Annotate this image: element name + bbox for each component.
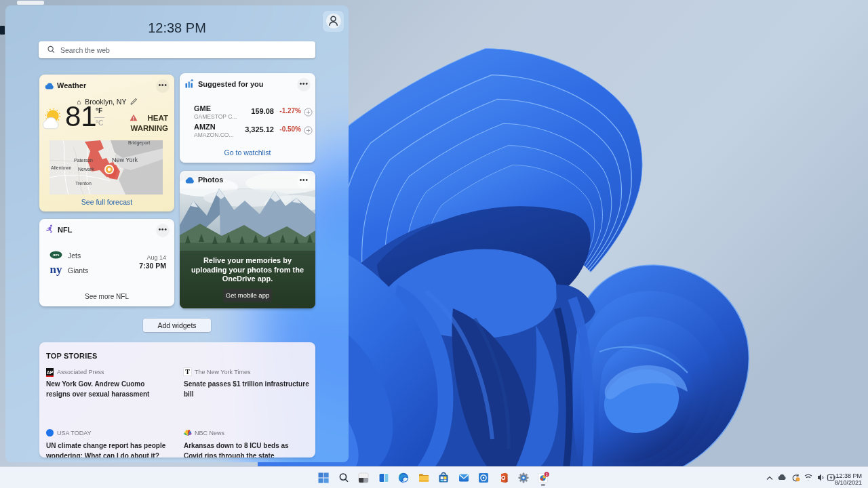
svg-text:Trenton: Trenton: [75, 181, 92, 186]
svg-text:3: 3: [546, 472, 548, 476]
svg-text:8/10/2021: 8/10/2021: [835, 479, 862, 486]
svg-text:JETS: JETS: [52, 253, 59, 257]
svg-text:AP: AP: [47, 370, 54, 375]
svg-text:ny: ny: [50, 263, 62, 276]
svg-text:New York: New York: [112, 157, 138, 163]
svg-text:Newark: Newark: [78, 167, 94, 171]
svg-text:Bridgeport: Bridgeport: [128, 140, 150, 146]
svg-text:12:38 PM: 12:38 PM: [835, 472, 862, 479]
svg-text:Allentown: Allentown: [51, 165, 71, 170]
svg-text:Paterson: Paterson: [74, 158, 93, 163]
svg-text:T: T: [185, 368, 190, 375]
